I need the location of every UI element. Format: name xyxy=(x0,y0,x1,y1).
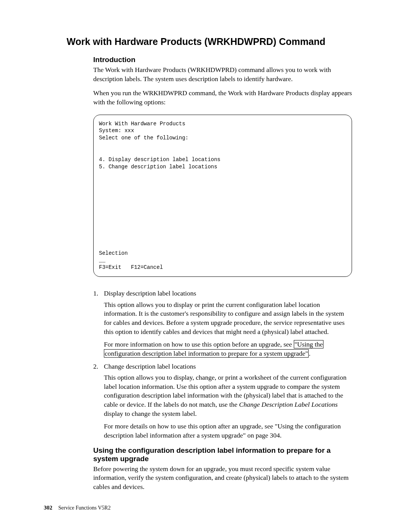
option-list: Display description label locations This… xyxy=(93,289,352,440)
list-item: Change description label locations This … xyxy=(93,362,352,440)
page-number: 302 xyxy=(44,505,53,511)
option-2-title: Change description label locations xyxy=(104,362,352,371)
option-1-description: This option allows you to display or pri… xyxy=(104,300,352,337)
crossref-posttext: . xyxy=(309,350,310,357)
footer-label: Service Functions V5R2 xyxy=(58,505,110,511)
option-1-crossref: For more information on how to use this … xyxy=(104,340,352,358)
option-2-crossref: For more details on how to use this opti… xyxy=(104,422,352,440)
option-2-desc-post: display to change the system label. xyxy=(104,410,197,417)
section-heading: Using the configuration description labe… xyxy=(93,446,352,463)
option-2-desc-italic: Change Description Label Locations xyxy=(239,401,338,408)
page: Work with Hardware Products (WRKHDWPRD) … xyxy=(0,0,411,532)
list-item: Display description label locations This… xyxy=(93,289,352,358)
page-footer: 302 Service Functions V5R2 xyxy=(44,505,111,511)
intro-paragraph-2: When you run the WRKHDWPRD command, the … xyxy=(93,89,352,107)
option-2-description: This option allows you to display, chang… xyxy=(104,373,352,418)
page-title: Work with Hardware Products (WRKHDWPRD) … xyxy=(67,36,352,47)
crossref-pretext: For more information on how to use this … xyxy=(104,340,294,348)
intro-heading: Introduction xyxy=(93,56,352,64)
intro-paragraph-1: The Work with Hardware Products (WRKHDWP… xyxy=(93,66,352,83)
body-column: Introduction The Work with Hardware Prod… xyxy=(93,56,352,491)
option-1-title: Display description label locations xyxy=(104,289,352,298)
terminal-screen: Work With Hardware Products System: xxx … xyxy=(93,115,352,277)
section-paragraph: Before powering the system down for an u… xyxy=(93,465,352,492)
